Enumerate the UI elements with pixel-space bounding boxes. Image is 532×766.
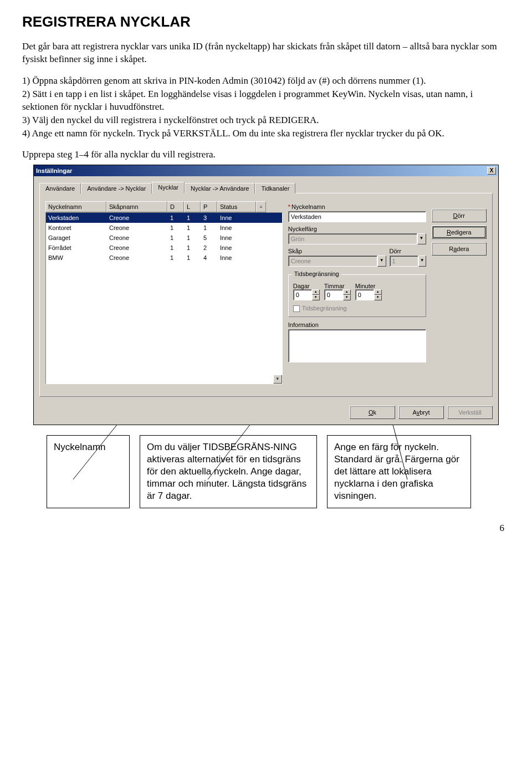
col-header-l[interactable]: L [184,201,201,212]
settings-dialog: Inställningar X Användare Användare -> N… [33,165,499,425]
ok-button[interactable]: Ok [350,406,395,419]
col-header-cabinet[interactable]: Skåpnamn [106,201,167,212]
label-door: Dörr [390,248,426,254]
table-cell: 1 [168,223,185,233]
tab-panel-keys: Nyckelnamn Skåpnamn D L P Status Verksta… [39,193,493,397]
tab-keys[interactable]: Nycklar [152,182,185,193]
callout-timelimit: Om du väljer TIDSBEGRÄNS-NING aktiveras … [140,435,317,508]
table-cell: Creone [107,253,168,263]
table-cell: Förrådet [46,243,107,253]
label-minutes: Minuter [355,283,383,289]
chevron-down-icon[interactable]: ▼ [377,256,386,267]
combo-cabinet[interactable]: ▼ [288,256,386,267]
table-cell: 1 [185,253,201,263]
input-door [390,256,419,267]
table-cell: Verkstaden [46,213,107,223]
input-information[interactable] [288,329,426,362]
scroll-down-icon[interactable] [273,375,282,384]
table-cell: 1 [185,243,201,253]
tab-users[interactable]: Användare [39,183,81,193]
close-icon[interactable]: X [487,167,496,175]
dialog-footer: Ok Avbryt Verkställ [34,401,498,425]
table-cell: BMW [46,253,107,263]
table-cell: Kontoret [46,223,107,233]
key-list[interactable]: Nyckelnamn Skåpnamn D L P Status Verksta… [45,201,283,384]
side-buttons: DDörrörr Redigera Radera [432,201,487,384]
table-cell: 2 [201,243,218,253]
chevron-down-icon[interactable]: ▼ [418,256,426,267]
dialog-title: Inställningar [36,165,72,176]
tab-users-to-keys[interactable]: Användare -> Nycklar [81,183,152,193]
delete-button[interactable]: Radera [432,242,487,256]
table-cell: Garaget [46,233,107,243]
table-cell: Creone [107,223,168,233]
table-cell: 3 [201,213,218,223]
door-button[interactable]: DDörrörr [432,209,487,222]
apply-button[interactable]: Verkställ [447,406,493,419]
input-minutes[interactable] [355,289,374,300]
checkbox-label: Tidsbegränsning [302,305,347,311]
table-cell: 1 [168,253,185,263]
table-cell: Creone [107,243,168,253]
cancel-button[interactable]: Avbryt [398,406,444,419]
step-4: 4) Ange ett namn för nyckeln. Tryck på V… [22,127,510,140]
tab-keys-to-users[interactable]: Nycklar -> Användare [185,183,255,193]
table-row[interactable]: GaragetCreone115Inne [46,233,282,243]
key-form: Nyckelnamn Nyckelfärg ▼ Skåp [288,201,426,384]
table-cell: 1 [168,213,185,223]
table-cell: Creone [107,233,168,243]
table-row[interactable]: FörrådetCreone112Inne [46,243,282,253]
col-header-keyname[interactable]: Nyckelnamn [45,201,106,212]
page-heading: REGISTRERA NYCKLAR [22,13,510,30]
label-cabinet: Skåp [288,248,386,254]
spinner-days[interactable]: ▲▼ [293,289,321,300]
combo-keycolor[interactable]: ▼ [288,233,426,244]
input-hours[interactable] [324,289,343,300]
col-header-status[interactable]: Status [217,201,256,212]
label-keycolor: Nyckelfärg [288,226,426,232]
table-cell: 1 [185,223,201,233]
input-days[interactable] [293,289,312,300]
callout-color: Ange en färg för nyckeln. Standard är gr… [327,435,471,508]
input-keyname[interactable] [288,211,426,222]
table-cell: 1 [185,213,201,223]
label-information: Information [288,321,426,328]
combo-door[interactable]: ▼ [390,256,426,267]
table-cell: 4 [201,253,218,263]
table-cell: Inne [218,213,257,223]
edit-button[interactable]: Redigera [432,226,487,239]
input-cabinet [288,256,377,267]
table-row[interactable]: KontoretCreone111Inne [46,223,282,233]
table-row[interactable]: VerkstadenCreone113Inne [46,213,282,223]
table-cell: Inne [218,223,257,233]
table-cell: 1 [168,243,185,253]
tab-timechannels[interactable]: Tidkanaler [255,183,295,193]
checkbox-icon [293,305,300,312]
table-cell: Inne [218,233,257,243]
table-cell: Inne [218,243,257,253]
table-row[interactable]: BMWCreone114Inne [46,253,282,263]
intro-paragraph: Det går bara att registrera nycklar vars… [22,40,510,66]
step-2: 2) Sätt i en tapp i en list i skåpet. En… [22,88,510,114]
spinner-minutes[interactable]: ▲▼ [355,289,383,300]
spinner-hours[interactable]: ▲▼ [324,289,352,300]
col-header-d[interactable]: D [167,201,184,212]
table-cell: 1 [185,233,201,243]
label-keyname: Nyckelnamn [288,203,426,210]
dialog-titlebar: Inställningar X [34,165,498,176]
label-days: Dagar [293,283,321,289]
label-hours: Timmar [324,283,352,289]
col-header-sort-icon[interactable] [256,201,266,212]
input-keycolor [288,233,417,244]
table-cell: Inne [218,253,257,263]
steps-list: 1) Öppna skåpdörren genom att skriva in … [22,75,510,140]
page-number: 6 [0,519,532,539]
fieldset-timelimit: Tidsbegränsning Dagar ▲▼ [288,274,426,317]
step-1: 1) Öppna skåpdörren genom att skriva in … [22,75,510,88]
checkbox-timelimit[interactable]: Tidsbegränsning [293,305,421,312]
chevron-down-icon[interactable]: ▼ [417,233,426,244]
col-header-p[interactable]: P [201,201,217,212]
table-cell: 1 [201,223,218,233]
callout-row: Nyckelnamn Om du väljer TIDSBEGRÄNS-NING… [47,435,510,508]
repeat-instruction: Upprepa steg 1–4 för alla nycklar du vil… [22,149,510,160]
